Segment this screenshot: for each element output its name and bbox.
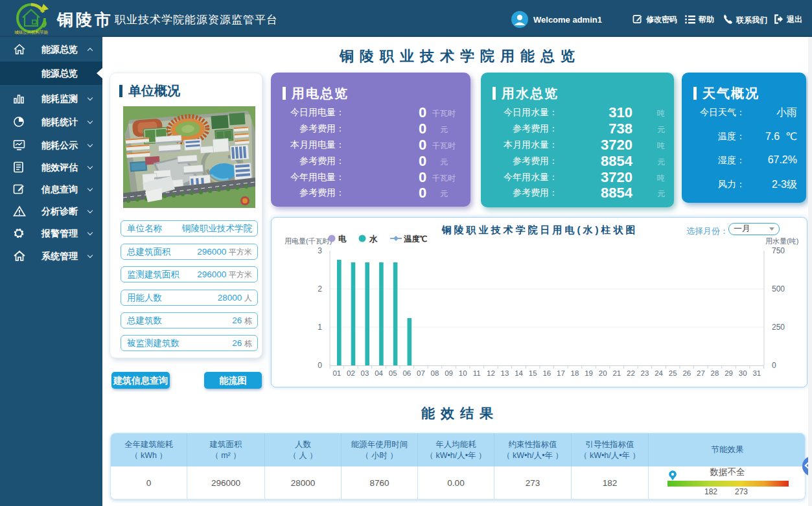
- svg-text:20: 20: [599, 369, 607, 377]
- svg-text:18: 18: [571, 369, 579, 377]
- svg-text:12: 12: [487, 369, 495, 377]
- svg-text:城镇公共机构节能: 城镇公共机构节能: [14, 30, 49, 35]
- svg-text:用电量(千瓦时): 用电量(千瓦时): [284, 237, 332, 245]
- svg-text:10: 10: [459, 369, 467, 377]
- svg-text:用水量(吨): 用水量(吨): [765, 237, 798, 245]
- svg-text:05: 05: [389, 369, 397, 377]
- svg-text:11: 11: [473, 369, 481, 377]
- svg-text:3: 3: [318, 246, 322, 255]
- svg-text:08: 08: [431, 369, 439, 377]
- svg-text:水: 水: [369, 235, 378, 244]
- svg-text:07: 07: [417, 369, 425, 377]
- svg-text:0: 0: [772, 361, 776, 370]
- svg-text:2: 2: [318, 284, 322, 293]
- svg-text:22: 22: [627, 369, 635, 377]
- svg-text:16: 16: [542, 369, 551, 377]
- svg-text:14: 14: [515, 369, 523, 377]
- svg-text:15: 15: [529, 369, 537, 377]
- svg-text:26: 26: [682, 369, 691, 377]
- svg-text:09: 09: [445, 369, 453, 377]
- svg-text:24: 24: [655, 369, 663, 377]
- svg-text:温度℃: 温度℃: [403, 235, 428, 244]
- svg-text:182: 182: [704, 487, 717, 496]
- svg-text:31: 31: [752, 369, 761, 377]
- svg-text:273: 273: [735, 487, 748, 496]
- svg-text:25: 25: [669, 369, 677, 377]
- svg-text:17: 17: [557, 369, 565, 377]
- svg-text:04: 04: [375, 369, 383, 377]
- svg-text:06: 06: [402, 369, 411, 377]
- svg-text:500: 500: [772, 284, 785, 293]
- svg-text:30: 30: [739, 369, 747, 377]
- svg-text:1: 1: [318, 323, 322, 332]
- svg-text:电: 电: [338, 235, 347, 244]
- svg-text:29: 29: [725, 369, 733, 377]
- svg-text:28: 28: [711, 369, 719, 377]
- svg-text:21: 21: [612, 369, 621, 377]
- svg-text:0: 0: [318, 361, 322, 370]
- svg-text:23: 23: [641, 369, 649, 377]
- svg-text:250: 250: [772, 323, 785, 332]
- svg-text:02: 02: [347, 369, 355, 377]
- svg-text:27: 27: [697, 369, 705, 377]
- svg-text:19: 19: [585, 369, 593, 377]
- svg-text:750: 750: [772, 246, 785, 255]
- svg-text:03: 03: [361, 369, 369, 377]
- svg-text:13: 13: [501, 369, 509, 377]
- svg-text:01: 01: [332, 369, 341, 377]
